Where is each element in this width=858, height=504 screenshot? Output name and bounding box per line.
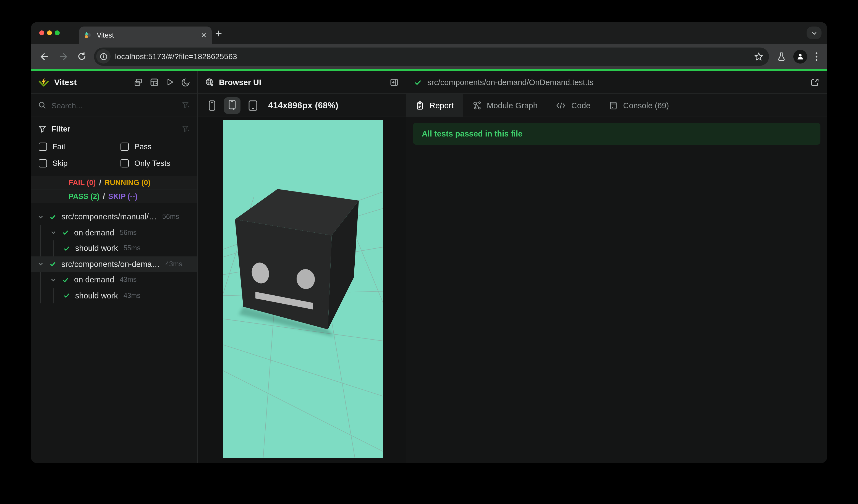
globe-icon [205, 78, 214, 86]
tab-label: Console (69) [623, 101, 669, 110]
experiments-flask-icon[interactable] [775, 50, 788, 63]
tab-label: Module Graph [487, 101, 538, 110]
tree-row-suite[interactable]: on demand 43ms [31, 272, 197, 288]
bookmark-star-icon[interactable] [754, 52, 763, 61]
test-name[interactable]: should work [75, 291, 118, 300]
test-duration: 43ms [165, 260, 182, 268]
filter-checkbox-pass[interactable]: Pass [121, 142, 190, 151]
filter-checkbox-skip[interactable]: Skip [39, 159, 121, 167]
test-file-name[interactable]: src/components/on-dema… [61, 260, 160, 269]
test-duration: 43ms [124, 292, 140, 299]
device-phone-plus-button[interactable] [224, 97, 240, 114]
tab-code[interactable]: Code [547, 94, 600, 117]
tab-module-graph[interactable]: Module Graph [463, 94, 547, 117]
terminal-icon [609, 101, 618, 110]
search-row [31, 94, 197, 117]
checkbox-box[interactable] [121, 159, 129, 167]
checkbox-box[interactable] [39, 142, 47, 151]
skip-count: SKIP (--) [108, 192, 138, 200]
device-viewport[interactable] [223, 120, 383, 458]
stats-line-1: FAIL (0) / RUNNING (0) [31, 176, 197, 190]
address-bar[interactable]: localhost:5173/#/?file=1828625563 [94, 47, 769, 65]
tab-strip: Vitest [31, 22, 827, 44]
pass-check-icon [63, 292, 70, 299]
robot-cube-scene [223, 120, 383, 458]
back-button[interactable] [37, 50, 51, 63]
browser-ui-title: Browser UI [219, 78, 261, 86]
browser-ui-panel: Browser UI [198, 71, 406, 463]
pass-check-icon [49, 261, 57, 268]
test-file-name[interactable]: src/components/manual/… [61, 212, 157, 221]
tab-close-icon[interactable] [201, 32, 207, 38]
close-window-button[interactable] [39, 30, 44, 35]
theme-moon-icon[interactable] [181, 78, 190, 86]
site-info-icon[interactable] [96, 49, 111, 64]
tree-row-test[interactable]: should work 43ms [31, 288, 197, 304]
tab-label: Code [571, 101, 590, 110]
tab-console[interactable]: Console (69) [600, 94, 678, 117]
tree-row-test[interactable]: should work 55ms [31, 240, 197, 256]
checkbox-box[interactable] [39, 159, 47, 167]
url-text[interactable]: localhost:5173/#/?file=1828625563 [115, 52, 750, 61]
file-pass-check-icon [414, 78, 422, 86]
forward-button[interactable] [57, 50, 70, 63]
tab-label: Report [430, 101, 454, 110]
test-name[interactable]: should work [75, 244, 118, 253]
device-toolbar: 414x896px (68%) [198, 94, 406, 117]
all-tests-passed-banner: All tests passed in this file [413, 123, 821, 145]
browser-ui-header: Browser UI [198, 71, 406, 94]
viewport-zone [198, 117, 406, 463]
window-controls[interactable] [39, 30, 60, 35]
device-tablet-button[interactable] [245, 97, 260, 114]
pass-check-icon [49, 213, 57, 221]
device-phone-small-button[interactable] [205, 97, 219, 114]
suite-name[interactable]: on demand [74, 276, 114, 284]
dashboard-icon[interactable] [150, 78, 159, 86]
windows-overlap-icon[interactable] [134, 78, 143, 86]
checkbox-label: Skip [52, 159, 67, 167]
viewport-resolution: 414x896px (68%) [268, 100, 338, 110]
stats-line-2: PASS (2) / SKIP (--) [31, 190, 197, 204]
chevron-down-icon[interactable] [37, 214, 44, 220]
external-link-icon[interactable] [810, 78, 819, 86]
search-filter-clear-icon[interactable] [182, 101, 190, 110]
browser-window: Vitest [31, 22, 827, 463]
suite-name[interactable]: on demand [74, 228, 114, 237]
tab-search-button[interactable] [807, 27, 822, 39]
panel-right-dock-icon[interactable] [390, 78, 399, 86]
browser-tab[interactable]: Vitest [79, 27, 212, 44]
filter-checkbox-only-tests[interactable]: Only Tests [121, 159, 190, 167]
new-tab-button[interactable] [214, 29, 223, 37]
test-duration: 56ms [162, 213, 179, 221]
reload-button[interactable] [75, 50, 89, 63]
checkbox-label: Fail [52, 142, 65, 151]
vitest-app: Vitest [31, 71, 827, 463]
tree-row-file-selected[interactable]: src/components/on-dema… 43ms [31, 256, 197, 272]
filter-clear-icon[interactable] [182, 125, 190, 133]
report-tabs: Report Module Graph [406, 94, 827, 117]
tree-row-file[interactable]: src/components/manual/… 56ms [31, 209, 197, 225]
tab-report[interactable]: Report [406, 94, 463, 117]
filter-label: Filter [51, 124, 70, 133]
vitest-logo-icon [38, 77, 49, 87]
checkbox-box[interactable] [121, 142, 129, 151]
file-path: src/components/on-demand/OnDemand.test.t… [427, 78, 805, 86]
pass-count: PASS (2) [68, 192, 99, 200]
chevron-down-icon[interactable] [37, 261, 44, 267]
checkbox-label: Pass [134, 142, 152, 151]
minimize-window-button[interactable] [47, 30, 52, 35]
search-input[interactable] [51, 101, 177, 110]
zoom-window-button[interactable] [55, 30, 60, 35]
menu-dots-icon[interactable] [813, 50, 821, 63]
sidebar: Vitest [31, 71, 198, 463]
funnel-icon [38, 125, 46, 133]
chevron-down-icon[interactable] [50, 277, 57, 283]
app-title: Vitest [54, 77, 77, 87]
tree-row-suite[interactable]: on demand 56ms [31, 225, 197, 240]
code-icon [556, 101, 566, 109]
test-tree: src/components/manual/… 56ms on demand 5… [31, 204, 197, 463]
profile-avatar[interactable] [793, 49, 807, 63]
chevron-down-icon[interactable] [50, 230, 57, 236]
filter-checkbox-fail[interactable]: Fail [39, 142, 121, 151]
run-all-play-icon[interactable] [166, 78, 174, 86]
